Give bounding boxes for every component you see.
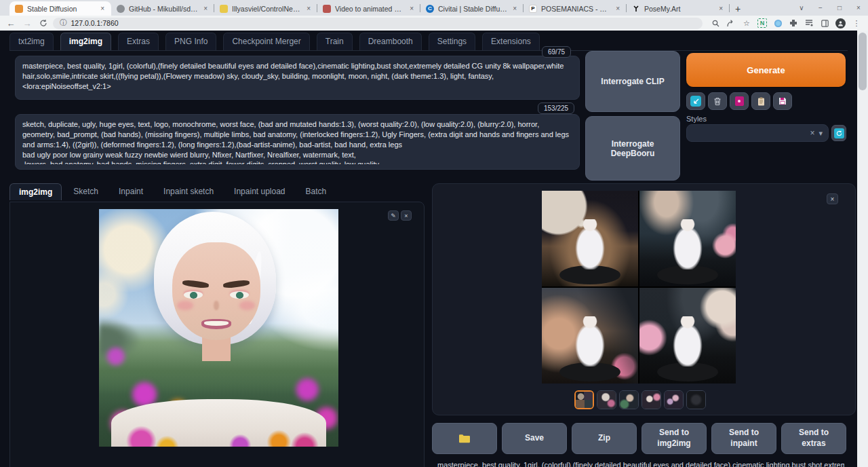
thumbnail-6[interactable] [686,390,706,409]
browser-tab-stable-diffusion[interactable]: Stable Diffusion × [9,1,111,16]
browser-tab-controlnet[interactable]: Illyasviel/ControlNet at main × [214,1,317,16]
extensions-puzzle-icon[interactable] [789,18,798,28]
github-favicon [117,5,125,13]
tab-extras[interactable]: Extras [118,33,159,50]
tab-close-icon[interactable]: × [99,5,106,13]
tab-close-icon[interactable]: × [305,5,312,13]
output-gallery-panel: × [432,183,856,415]
open-folder-button[interactable] [432,423,497,454]
tab-train[interactable]: Train [317,33,353,50]
thumbnail-1-selected[interactable] [574,390,594,409]
thumbnail-4[interactable] [642,390,661,409]
girl-figure [571,219,610,269]
back-button[interactable]: ← [4,17,18,29]
zoom-icon[interactable] [711,18,720,28]
side-panel-icon[interactable] [820,18,829,28]
tab-close-icon[interactable]: × [614,5,621,13]
window-maximize-button[interactable]: □ [830,4,849,12]
portrait-blush [177,301,193,310]
tab-img2img[interactable]: img2img [60,33,111,50]
styles-clear-icon[interactable]: × [810,128,814,138]
tab-img2img-mode[interactable]: img2img [9,183,62,200]
window-minimize-button[interactable]: − [811,4,830,12]
img2img-panel: img2img Sketch Inpaint Inpaint sketch In… [9,183,427,467]
tab-extensions[interactable]: Extensions [482,33,540,50]
gallery-close-button[interactable]: × [827,193,838,204]
tab-dreambooth[interactable]: Dreambooth [359,33,422,50]
forward-button[interactable]: → [20,17,34,29]
girl-figure [669,316,707,366]
send-to-img2img-button[interactable]: Send to img2img [642,423,707,454]
negative-prompt-input[interactable]: sketch, duplicate, ugly, huge eyes, text… [22,119,572,164]
address-bar[interactable]: ⓘ 127.0.0.1:7860 [53,18,703,29]
save-style-floppy-button[interactable] [773,92,792,110]
site-info-icon[interactable]: ⓘ [60,18,67,28]
browser-menu-icon[interactable]: ⋮ [852,18,861,28]
browser-tab-posemyart[interactable]: PoseMy.Art × [627,1,730,16]
send-to-extras-button[interactable]: Send to extras [781,423,846,454]
tab-txt2img[interactable]: txt2img [9,33,54,50]
portrait-eyebrow [182,280,210,288]
source-image[interactable] [99,209,338,447]
gif-converter-favicon [323,5,331,13]
prompt-tools [686,92,792,110]
prompt-input[interactable]: masterpiece, best quality, 1girl, (color… [22,61,572,94]
interrogate-deepbooru-button[interactable]: Interrogate DeepBooru [585,116,680,181]
scrollbar-thumb[interactable] [859,33,867,90]
apply-styles-clipboard-button[interactable] [751,92,770,110]
page-scrollbar[interactable] [857,31,868,467]
remove-image-button[interactable]: × [401,210,412,221]
tab-close-icon[interactable]: × [202,5,209,13]
clear-prompt-trash-button[interactable] [708,92,727,110]
extension-n-icon[interactable]: N [757,18,767,28]
save-button[interactable]: Save [502,423,567,454]
reload-button[interactable] [37,17,50,29]
tab-sketch[interactable]: Sketch [64,183,107,200]
extra-networks-button[interactable] [730,92,749,110]
send-to-inpaint-button[interactable]: Send to inpaint [711,423,776,454]
playlist-icon[interactable] [804,18,814,28]
browser-tab-gif-converter[interactable]: Video to animated GIF converter × [317,1,420,16]
girl-figure [669,219,707,269]
gallery-image-1[interactable] [542,191,638,286]
extension-blue-icon[interactable] [773,18,783,28]
portrait-eye [230,291,250,299]
zip-button[interactable]: Zip [572,423,637,454]
tab-inpaint[interactable]: Inpaint [110,183,152,200]
new-tab-button[interactable]: + [730,1,746,16]
paste-arrow-button[interactable] [686,92,705,110]
tab-inpaint-sketch[interactable]: Inpaint sketch [155,183,222,200]
tab-inpaint-upload[interactable]: Inpaint upload [225,183,294,200]
bookmark-star-icon[interactable]: ☆ [742,18,751,28]
refresh-styles-button[interactable] [831,125,846,141]
thumbnail-3[interactable] [619,390,639,409]
browser-tab-civitai[interactable]: C Civitai | Stable Diffusion model × [420,1,524,16]
tab-png-info[interactable]: PNG Info [165,33,216,50]
edit-image-pencil-button[interactable]: ✎ [388,210,399,221]
tab-close-icon[interactable]: × [717,5,724,13]
tab-close-icon[interactable]: × [408,5,415,13]
gallery-image-2[interactable] [639,191,736,286]
interrogate-clip-button[interactable]: Interrogate CLIP [585,51,680,112]
tab-settings[interactable]: Settings [429,33,475,50]
tab-batch[interactable]: Batch [297,183,336,200]
negative-prompt-field-wrap: sketch, duplicate, ugly, huge eyes, text… [15,114,580,170]
tab-checkpoint-merger[interactable]: Checkpoint Merger [223,33,309,50]
generate-button[interactable]: Generate [686,53,846,87]
browser-tab-posemaniacs[interactable]: P POSEMANIACS - Royalty free 3 × [524,1,627,16]
profile-avatar[interactable] [835,18,846,29]
browser-tab-github[interactable]: GitHub - Mikubill/sd-webui-co × [111,1,214,16]
thumbnail-2[interactable] [597,390,616,409]
styles-dropdown-arrow-icon[interactable]: ▾ [818,129,823,138]
thumbnail-5[interactable] [664,390,684,409]
share-icon[interactable] [726,18,736,28]
tab-search-chevron-icon[interactable]: ∨ [792,4,811,12]
gallery-image-4[interactable] [639,288,736,384]
tab-label: PoseMy.Art [644,5,713,13]
gallery-grid-image[interactable] [542,191,736,384]
tab-close-icon[interactable]: × [511,5,518,13]
gallery-image-3[interactable] [542,288,638,384]
window-close-button[interactable]: × [849,4,868,12]
stable-diffusion-webui: txt2img img2img Extras PNG Info Checkpoi… [0,31,857,467]
styles-dropdown[interactable]: × ▾ [686,124,829,142]
